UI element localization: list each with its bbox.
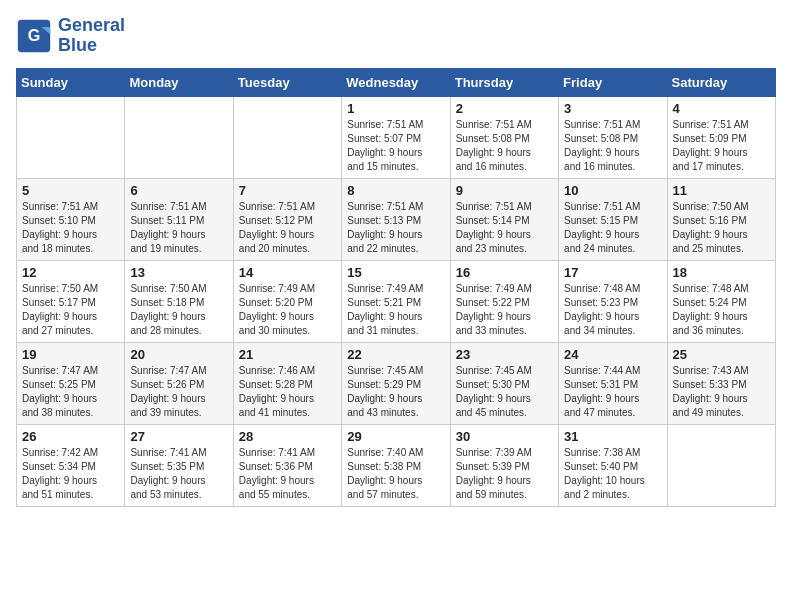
calendar-cell: 26Sunrise: 7:42 AM Sunset: 5:34 PM Dayli… (17, 424, 125, 506)
day-number: 29 (347, 429, 444, 444)
day-info: Sunrise: 7:51 AM Sunset: 5:10 PM Dayligh… (22, 200, 119, 256)
day-info: Sunrise: 7:50 AM Sunset: 5:18 PM Dayligh… (130, 282, 227, 338)
day-info: Sunrise: 7:48 AM Sunset: 5:24 PM Dayligh… (673, 282, 770, 338)
day-info: Sunrise: 7:51 AM Sunset: 5:13 PM Dayligh… (347, 200, 444, 256)
calendar-cell: 16Sunrise: 7:49 AM Sunset: 5:22 PM Dayli… (450, 260, 558, 342)
weekday-header-sunday: Sunday (17, 68, 125, 96)
day-info: Sunrise: 7:44 AM Sunset: 5:31 PM Dayligh… (564, 364, 661, 420)
logo-icon: G (16, 18, 52, 54)
calendar-cell: 31Sunrise: 7:38 AM Sunset: 5:40 PM Dayli… (559, 424, 667, 506)
day-info: Sunrise: 7:49 AM Sunset: 5:22 PM Dayligh… (456, 282, 553, 338)
day-info: Sunrise: 7:51 AM Sunset: 5:08 PM Dayligh… (456, 118, 553, 174)
calendar-cell: 23Sunrise: 7:45 AM Sunset: 5:30 PM Dayli… (450, 342, 558, 424)
day-info: Sunrise: 7:42 AM Sunset: 5:34 PM Dayligh… (22, 446, 119, 502)
logo: G General Blue (16, 16, 125, 56)
day-number: 5 (22, 183, 119, 198)
day-number: 21 (239, 347, 336, 362)
day-number: 12 (22, 265, 119, 280)
day-number: 17 (564, 265, 661, 280)
day-info: Sunrise: 7:41 AM Sunset: 5:35 PM Dayligh… (130, 446, 227, 502)
day-info: Sunrise: 7:39 AM Sunset: 5:39 PM Dayligh… (456, 446, 553, 502)
day-info: Sunrise: 7:46 AM Sunset: 5:28 PM Dayligh… (239, 364, 336, 420)
day-info: Sunrise: 7:50 AM Sunset: 5:16 PM Dayligh… (673, 200, 770, 256)
day-number: 20 (130, 347, 227, 362)
day-info: Sunrise: 7:49 AM Sunset: 5:21 PM Dayligh… (347, 282, 444, 338)
calendar-cell: 19Sunrise: 7:47 AM Sunset: 5:25 PM Dayli… (17, 342, 125, 424)
day-number: 27 (130, 429, 227, 444)
calendar-cell: 8Sunrise: 7:51 AM Sunset: 5:13 PM Daylig… (342, 178, 450, 260)
calendar-cell: 7Sunrise: 7:51 AM Sunset: 5:12 PM Daylig… (233, 178, 341, 260)
day-number: 16 (456, 265, 553, 280)
calendar: SundayMondayTuesdayWednesdayThursdayFrid… (16, 68, 776, 507)
day-info: Sunrise: 7:48 AM Sunset: 5:23 PM Dayligh… (564, 282, 661, 338)
calendar-cell (125, 96, 233, 178)
calendar-cell: 28Sunrise: 7:41 AM Sunset: 5:36 PM Dayli… (233, 424, 341, 506)
day-number: 4 (673, 101, 770, 116)
calendar-cell (667, 424, 775, 506)
weekday-header-friday: Friday (559, 68, 667, 96)
calendar-cell: 25Sunrise: 7:43 AM Sunset: 5:33 PM Dayli… (667, 342, 775, 424)
day-number: 28 (239, 429, 336, 444)
day-info: Sunrise: 7:47 AM Sunset: 5:25 PM Dayligh… (22, 364, 119, 420)
day-number: 11 (673, 183, 770, 198)
calendar-cell: 9Sunrise: 7:51 AM Sunset: 5:14 PM Daylig… (450, 178, 558, 260)
day-info: Sunrise: 7:45 AM Sunset: 5:30 PM Dayligh… (456, 364, 553, 420)
day-info: Sunrise: 7:40 AM Sunset: 5:38 PM Dayligh… (347, 446, 444, 502)
day-info: Sunrise: 7:51 AM Sunset: 5:14 PM Dayligh… (456, 200, 553, 256)
calendar-week-row: 1Sunrise: 7:51 AM Sunset: 5:07 PM Daylig… (17, 96, 776, 178)
day-info: Sunrise: 7:51 AM Sunset: 5:07 PM Dayligh… (347, 118, 444, 174)
day-info: Sunrise: 7:51 AM Sunset: 5:12 PM Dayligh… (239, 200, 336, 256)
calendar-cell: 21Sunrise: 7:46 AM Sunset: 5:28 PM Dayli… (233, 342, 341, 424)
day-number: 14 (239, 265, 336, 280)
calendar-cell: 5Sunrise: 7:51 AM Sunset: 5:10 PM Daylig… (17, 178, 125, 260)
calendar-cell: 4Sunrise: 7:51 AM Sunset: 5:09 PM Daylig… (667, 96, 775, 178)
calendar-cell: 14Sunrise: 7:49 AM Sunset: 5:20 PM Dayli… (233, 260, 341, 342)
calendar-cell: 1Sunrise: 7:51 AM Sunset: 5:07 PM Daylig… (342, 96, 450, 178)
day-number: 23 (456, 347, 553, 362)
calendar-cell: 10Sunrise: 7:51 AM Sunset: 5:15 PM Dayli… (559, 178, 667, 260)
day-number: 7 (239, 183, 336, 198)
day-number: 24 (564, 347, 661, 362)
calendar-cell: 13Sunrise: 7:50 AM Sunset: 5:18 PM Dayli… (125, 260, 233, 342)
page-header: G General Blue (16, 16, 776, 56)
day-number: 31 (564, 429, 661, 444)
calendar-cell: 27Sunrise: 7:41 AM Sunset: 5:35 PM Dayli… (125, 424, 233, 506)
day-number: 19 (22, 347, 119, 362)
day-info: Sunrise: 7:45 AM Sunset: 5:29 PM Dayligh… (347, 364, 444, 420)
weekday-header-tuesday: Tuesday (233, 68, 341, 96)
day-info: Sunrise: 7:47 AM Sunset: 5:26 PM Dayligh… (130, 364, 227, 420)
day-number: 3 (564, 101, 661, 116)
calendar-header-row: SundayMondayTuesdayWednesdayThursdayFrid… (17, 68, 776, 96)
calendar-week-row: 5Sunrise: 7:51 AM Sunset: 5:10 PM Daylig… (17, 178, 776, 260)
day-number: 8 (347, 183, 444, 198)
day-number: 26 (22, 429, 119, 444)
weekday-header-saturday: Saturday (667, 68, 775, 96)
calendar-cell: 18Sunrise: 7:48 AM Sunset: 5:24 PM Dayli… (667, 260, 775, 342)
calendar-cell: 30Sunrise: 7:39 AM Sunset: 5:39 PM Dayli… (450, 424, 558, 506)
day-number: 18 (673, 265, 770, 280)
calendar-cell: 17Sunrise: 7:48 AM Sunset: 5:23 PM Dayli… (559, 260, 667, 342)
day-number: 25 (673, 347, 770, 362)
calendar-week-row: 12Sunrise: 7:50 AM Sunset: 5:17 PM Dayli… (17, 260, 776, 342)
day-info: Sunrise: 7:51 AM Sunset: 5:11 PM Dayligh… (130, 200, 227, 256)
day-number: 10 (564, 183, 661, 198)
calendar-cell (17, 96, 125, 178)
svg-text:G: G (28, 26, 41, 44)
calendar-cell: 6Sunrise: 7:51 AM Sunset: 5:11 PM Daylig… (125, 178, 233, 260)
day-info: Sunrise: 7:51 AM Sunset: 5:09 PM Dayligh… (673, 118, 770, 174)
logo-text: General Blue (58, 16, 125, 56)
day-number: 13 (130, 265, 227, 280)
calendar-cell: 20Sunrise: 7:47 AM Sunset: 5:26 PM Dayli… (125, 342, 233, 424)
day-info: Sunrise: 7:43 AM Sunset: 5:33 PM Dayligh… (673, 364, 770, 420)
calendar-week-row: 19Sunrise: 7:47 AM Sunset: 5:25 PM Dayli… (17, 342, 776, 424)
day-number: 9 (456, 183, 553, 198)
calendar-cell: 11Sunrise: 7:50 AM Sunset: 5:16 PM Dayli… (667, 178, 775, 260)
calendar-cell: 12Sunrise: 7:50 AM Sunset: 5:17 PM Dayli… (17, 260, 125, 342)
day-number: 2 (456, 101, 553, 116)
weekday-header-wednesday: Wednesday (342, 68, 450, 96)
day-info: Sunrise: 7:49 AM Sunset: 5:20 PM Dayligh… (239, 282, 336, 338)
weekday-header-monday: Monday (125, 68, 233, 96)
calendar-cell: 3Sunrise: 7:51 AM Sunset: 5:08 PM Daylig… (559, 96, 667, 178)
day-info: Sunrise: 7:38 AM Sunset: 5:40 PM Dayligh… (564, 446, 661, 502)
calendar-cell: 22Sunrise: 7:45 AM Sunset: 5:29 PM Dayli… (342, 342, 450, 424)
